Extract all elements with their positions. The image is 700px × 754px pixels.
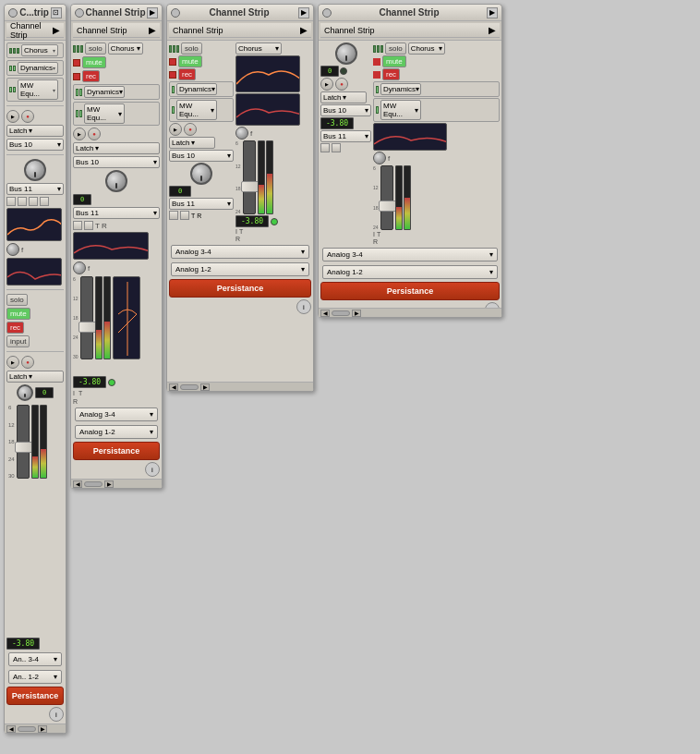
strip1-play[interactable] <box>73 128 86 140</box>
strip3-scroll-right[interactable]: ▶ <box>352 310 361 317</box>
strip2-check1[interactable] <box>169 211 178 220</box>
rec-btn[interactable]: rec <box>6 322 24 334</box>
strip3-knob[interactable] <box>335 43 357 65</box>
strip1-scroll-left[interactable]: ◀ <box>73 480 82 488</box>
strip1-latch[interactable]: Latch▾ <box>73 142 160 154</box>
main-fader-handle[interactable] <box>15 442 33 453</box>
strip2-scroll-thumb[interactable] <box>180 384 199 390</box>
strip2-check2[interactable] <box>180 211 189 220</box>
mute-btn[interactable]: mute <box>6 308 30 320</box>
record2-button[interactable] <box>21 356 34 369</box>
main-knob[interactable] <box>24 159 46 181</box>
close-button[interactable] <box>8 8 18 18</box>
strip2-chorus[interactable]: Chorus▾ <box>235 43 282 55</box>
strip1-scroll-thumb[interactable] <box>84 481 103 487</box>
play-button[interactable] <box>6 110 19 123</box>
strip2-fx-knob[interactable] <box>235 127 248 140</box>
latch2-select[interactable]: Latch ▾ <box>6 371 64 383</box>
strip1-tab[interactable]: Channel Strip ▶ <box>73 23 160 38</box>
strip1-record[interactable] <box>88 128 101 140</box>
send-check3[interactable] <box>29 197 38 206</box>
record-button[interactable] <box>21 110 34 123</box>
bus11-select[interactable]: Bus 11 ▾ <box>6 183 64 195</box>
strip2-solo[interactable]: solo <box>181 43 202 55</box>
strip3-dynamics-select[interactable]: Dynamics▾ <box>380 83 421 95</box>
persistence-button[interactable]: Persistance <box>6 687 64 705</box>
strip3-play[interactable] <box>320 78 333 91</box>
fx-knob[interactable] <box>6 243 19 256</box>
strip2-persistence[interactable]: Persistance <box>169 279 311 298</box>
strip2-knob[interactable] <box>190 163 212 185</box>
strip3-analog12[interactable]: Analog 1-2 ▾ <box>322 265 498 279</box>
strip3-record[interactable] <box>335 78 348 91</box>
main-fader-track[interactable] <box>17 405 30 479</box>
strip1-analog34[interactable]: Analog 3-4 ▾ <box>75 407 158 421</box>
eq-select[interactable]: MW Equ... ▾ <box>18 79 58 100</box>
strip2-record[interactable] <box>184 123 197 136</box>
strip2-close[interactable] <box>171 8 180 18</box>
channel-strip-tab[interactable]: Channel Strip ▶ <box>6 23 64 38</box>
strip1-knob[interactable] <box>105 170 127 192</box>
strip1-dynamics-select[interactable]: Dynamics▾ <box>84 86 125 98</box>
strip1-analog12[interactable]: Analog 1-2 ▾ <box>75 425 158 439</box>
strip1-close[interactable] <box>75 8 84 18</box>
strip3-mute[interactable]: mute <box>382 55 406 67</box>
strip2-analog12[interactable]: Analog 1-2 ▾ <box>171 262 309 276</box>
strip3-bus11[interactable]: Bus 11▾ <box>320 130 371 142</box>
scroll-left-btn[interactable]: ◀ <box>6 725 16 733</box>
chorus-select[interactable]: Chorus ▾ <box>21 44 58 56</box>
strip1-bus10[interactable]: Bus 10▾ <box>73 156 160 168</box>
strip1-bus11[interactable]: Bus 11▾ <box>73 207 160 219</box>
strip1-check2[interactable] <box>84 221 93 230</box>
strip3-analog34[interactable]: Analog 3-4 ▾ <box>322 248 498 261</box>
analog34-select[interactable]: An.. 3-4 ▾ <box>8 652 62 666</box>
latch-select[interactable]: Latch ▾ <box>6 125 64 137</box>
strip1-fader-track[interactable] <box>80 276 93 359</box>
send-check4[interactable] <box>40 197 49 206</box>
strip3-fader-handle[interactable] <box>379 201 397 212</box>
strip3-scroll-left[interactable]: ◀ <box>320 310 330 317</box>
strip1-chorus[interactable]: Chorus▾ <box>108 43 143 55</box>
info-button[interactable]: i <box>49 707 64 722</box>
scroll-right-btn[interactable]: ▶ <box>38 725 47 733</box>
strip1-check1[interactable] <box>73 221 82 230</box>
play2-button[interactable] <box>6 356 19 369</box>
strip2-rec[interactable]: rec <box>178 68 196 80</box>
strip3-bus10[interactable]: Bus 10▾ <box>320 104 371 116</box>
strip3-solo[interactable]: solo <box>385 43 406 55</box>
strip3-fader-track[interactable] <box>380 165 393 230</box>
expand-button[interactable]: ⊡ <box>51 7 62 18</box>
strip1-scroll-right[interactable]: ▶ <box>104 480 114 488</box>
strip3-scroll-thumb[interactable] <box>332 310 350 316</box>
strip2-mute[interactable]: mute <box>178 55 202 67</box>
dynamics-select[interactable]: Dynamics ▾ <box>18 62 58 74</box>
strip3-check1[interactable] <box>320 143 330 152</box>
strip1-solo[interactable]: solo <box>85 43 106 55</box>
strip2-play[interactable] <box>169 123 182 136</box>
send-check1[interactable] <box>6 197 16 206</box>
solo-btn[interactable]: solo <box>6 294 28 306</box>
send-check2[interactable] <box>18 197 27 206</box>
strip3-close[interactable] <box>322 8 332 18</box>
strip3-latch[interactable]: Latch▾ <box>320 91 367 103</box>
bus10-select[interactable]: Bus 10 ▾ <box>6 139 64 151</box>
strip1-rec[interactable]: rec <box>82 70 100 82</box>
strip2-scroll-left[interactable]: ◀ <box>169 383 178 391</box>
strip2-bus11[interactable]: Bus 11▾ <box>169 198 234 210</box>
strip3-check2[interactable] <box>332 143 341 152</box>
main-knob2[interactable] <box>17 384 33 401</box>
strip3-persistence[interactable]: Persistance <box>320 282 500 300</box>
strip2-expand[interactable]: ▶ <box>298 7 309 18</box>
analog12-select[interactable]: An.. 1-2 ▾ <box>8 670 62 684</box>
strip3-rec[interactable]: rec <box>382 68 400 80</box>
strip1-mute[interactable]: mute <box>82 56 106 68</box>
strip3-chorus[interactable]: Chorus▾ <box>408 43 445 55</box>
strip2-info[interactable]: i <box>296 299 311 314</box>
scroll-thumb[interactable] <box>18 726 36 732</box>
strip1-eq-select[interactable]: MW Equ...▾ <box>84 103 125 124</box>
strip1-info[interactable]: i <box>145 462 160 477</box>
strip2-fader-track[interactable] <box>243 140 256 214</box>
input-btn[interactable]: input <box>6 335 30 347</box>
strip2-latch[interactable]: Latch▾ <box>169 137 215 149</box>
strip2-scroll-right[interactable]: ▶ <box>200 383 210 391</box>
